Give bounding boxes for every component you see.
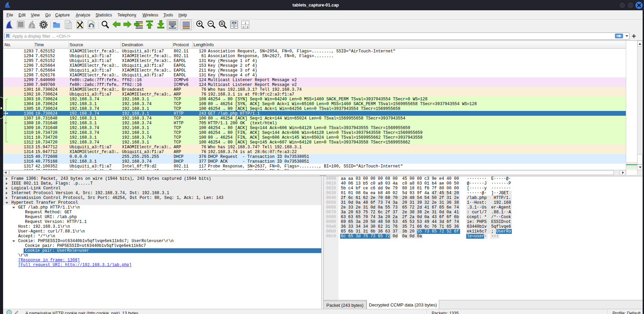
svg-text:0111: 0111 bbox=[66, 27, 71, 29]
svg-text:2: 2 bbox=[243, 25, 244, 29]
svg-text:1: 1 bbox=[245, 21, 246, 25]
svg-text:3: 3 bbox=[247, 25, 248, 29]
